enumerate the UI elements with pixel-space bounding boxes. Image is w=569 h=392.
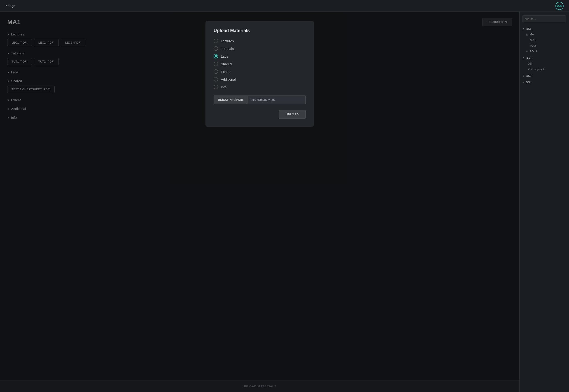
sidebar-group-header-bs1[interactable]: ∧ BS1 <box>520 26 569 32</box>
chevron-icon: ∧ <box>523 56 525 59</box>
radio-list: LecturesTutorialsLabsSharedExamsAddition… <box>214 39 306 89</box>
app-title: Kringe <box>5 4 15 8</box>
radio-tutorials[interactable]: Tutorials <box>214 46 306 51</box>
chevron-icon: ∨ <box>523 74 525 77</box>
file-name-display: Intro+Empathy_.pdf <box>248 96 306 104</box>
radio-circle <box>214 46 218 51</box>
avatar[interactable]: USR <box>555 2 564 10</box>
chevron-icon: ∧ <box>526 33 528 36</box>
sidebar-subgroup-label: AGLA <box>529 50 537 53</box>
search-input[interactable] <box>522 15 566 22</box>
upload-button[interactable]: UPLOAD <box>279 110 306 119</box>
sidebar-group-label: BS2 <box>526 56 531 60</box>
sidebar-group-bs3: ∨ BS3 <box>520 73 569 79</box>
topbar: Kringe USR <box>0 0 569 12</box>
radio-label: Info <box>221 85 226 89</box>
radio-circle <box>214 77 218 82</box>
radio-label: Shared <box>221 62 232 66</box>
sidebar-subgroup-header-ma[interactable]: ∧ MA <box>522 32 569 37</box>
radio-info[interactable]: Info <box>214 85 306 89</box>
file-row: ВЫБОР ФАЙЛОВ Intro+Empathy_.pdf <box>214 96 306 104</box>
upload-modal: Upload Materials LecturesTutorialsLabsSh… <box>206 21 314 127</box>
choose-files-button[interactable]: ВЫБОР ФАЙЛОВ <box>214 96 248 104</box>
radio-label: Tutorials <box>221 47 234 51</box>
sidebar-group-bs4: ∨ BS4 <box>520 80 569 85</box>
radio-exams[interactable]: Exams <box>214 69 306 74</box>
radio-circle <box>214 69 218 74</box>
radio-label: Labs <box>221 55 228 58</box>
modal-overlay: Upload Materials LecturesTutorialsLabsSh… <box>0 12 519 392</box>
sidebar-group-header-bs3[interactable]: ∨ BS3 <box>520 73 569 79</box>
radio-labs[interactable]: Labs <box>214 54 306 58</box>
sidebar-group-bs2: ∧ BS2OSPhilosophy 2 <box>520 55 569 72</box>
sidebar-group-bs1: ∧ BS1∧ MAMA1MA2∨ AGLA <box>520 26 569 54</box>
radio-label: Exams <box>221 70 231 74</box>
sidebar-group-label: BS1 <box>526 27 531 30</box>
sidebar-subgroup-ma: ∧ MAMA1MA2 <box>522 32 569 49</box>
sidebar-item-ma1[interactable]: MA1 <box>522 37 569 43</box>
sidebar-subgroup-header-agla[interactable]: ∨ AGLA <box>522 49 569 54</box>
layout: MA1 DISCUSSION ∧ LecturesLEC1 (PDF)LEC2 … <box>0 12 569 392</box>
sidebar: ∧ BS1∧ MAMA1MA2∨ AGLA∧ BS2OSPhilosophy 2… <box>519 12 569 392</box>
sidebar-subgroup-label: MA <box>529 33 534 36</box>
radio-lectures[interactable]: Lectures <box>214 39 306 43</box>
sidebar-group-label: BS4 <box>526 81 531 84</box>
radio-label: Lectures <box>221 39 234 43</box>
radio-additional[interactable]: Additional <box>214 77 306 82</box>
radio-circle <box>214 62 218 66</box>
radio-circle <box>214 39 218 43</box>
radio-circle <box>214 85 218 89</box>
sidebar-subgroup-agla: ∨ AGLA <box>522 49 569 54</box>
sidebar-groups: ∧ BS1∧ MAMA1MA2∨ AGLA∧ BS2OSPhilosophy 2… <box>520 26 569 85</box>
chevron-icon: ∨ <box>523 81 525 84</box>
sidebar-group-header-bs4[interactable]: ∨ BS4 <box>520 80 569 85</box>
sidebar-item-os[interactable]: OS <box>520 61 569 66</box>
radio-circle <box>214 54 218 58</box>
radio-shared[interactable]: Shared <box>214 62 306 66</box>
sidebar-item-ma2[interactable]: MA2 <box>522 43 569 49</box>
sidebar-group-label: BS3 <box>526 74 531 77</box>
main-content: MA1 DISCUSSION ∧ LecturesLEC1 (PDF)LEC2 … <box>0 12 519 392</box>
sidebar-group-header-bs2[interactable]: ∧ BS2 <box>520 55 569 61</box>
radio-label: Additional <box>221 77 236 81</box>
sidebar-item-philosophy-2[interactable]: Philosophy 2 <box>520 66 569 72</box>
chevron-icon: ∨ <box>526 50 528 53</box>
chevron-icon: ∧ <box>523 27 525 30</box>
modal-title: Upload Materials <box>214 28 306 33</box>
